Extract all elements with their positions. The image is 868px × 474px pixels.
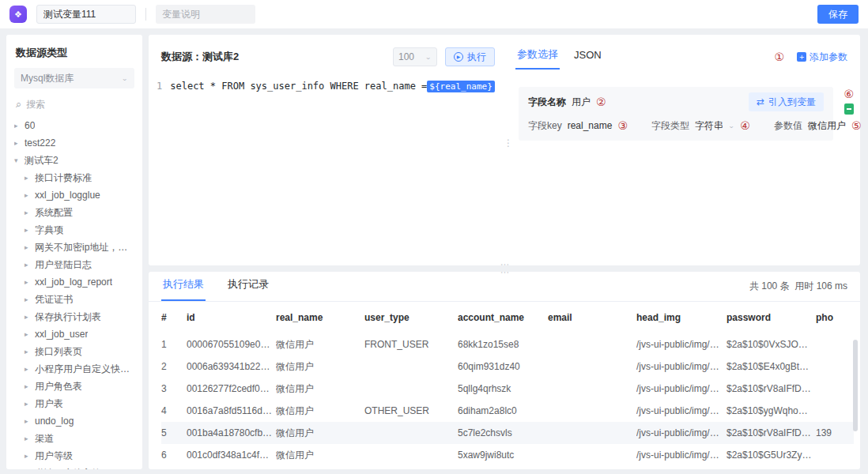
import-to-variable-label: 引入到变量 [768, 96, 816, 109]
tree-item[interactable]: ▸网关不加密ip地址，主要j [14, 239, 134, 256]
tree-item-label: 系统配置 [35, 206, 73, 220]
tree-item[interactable]: ▸xxl_job_logglue [14, 186, 134, 204]
caret-icon[interactable]: ▸ [25, 348, 35, 356]
tree-item[interactable]: ▸凭证证书 [14, 291, 134, 308]
tree-item[interactable]: ▸用户表 [14, 395, 134, 412]
table-row[interactable]: 300126277f2cedf09bdfa...微信用户5qllg4qrhszk… [161, 378, 854, 400]
play-icon: ▶ [454, 52, 463, 62]
table-cell: 4 [161, 400, 187, 422]
table-cell [364, 422, 458, 444]
save-button[interactable]: 保存 [817, 5, 859, 24]
tab-json[interactable]: JSON [572, 46, 603, 69]
sql-editor[interactable]: 1select * FROM sys_user_info WHERE real_… [149, 76, 503, 265]
tree-item-label: 字典项 [35, 224, 63, 237]
table-cell: FRONT_USER [364, 333, 458, 356]
caret-icon[interactable]: ▸ [25, 417, 35, 425]
table-cell: /jvs-ui-public/img/headI... [636, 422, 726, 444]
tree-item-label: 小程序用户自定义快速入 [35, 363, 134, 376]
sql-variable-chip[interactable]: ${real_name} [427, 81, 494, 92]
query-header-right: 参数选择 JSON ① ＋ 添加参数 [503, 35, 860, 76]
table-cell: 00126277f2cedf09bdfa... [187, 378, 276, 400]
param-row-name: 字段名称 用户 ② ⇄ 引入到变量 [528, 90, 824, 114]
tree-item[interactable]: ▸test222 [14, 134, 134, 152]
tree-item[interactable]: ▸小程序用户自定义快速入 [14, 360, 134, 378]
field-type-label: 字段类型 [651, 119, 689, 133]
table-row[interactable]: 6001c0df348a1c4f6c6f4...微信用户5xaw9jwi8utc… [161, 444, 854, 466]
caret-icon[interactable]: ▸ [25, 330, 35, 338]
add-param-label: 添加参数 [810, 51, 847, 64]
run-button[interactable]: ▶ 执行 [445, 47, 495, 66]
search-input[interactable] [26, 99, 142, 110]
import-to-variable-button[interactable]: ⇄ 引入到变量 [749, 92, 824, 111]
tree-item-label: test222 [25, 137, 55, 149]
caret-icon[interactable]: ▸ [25, 209, 35, 216]
table-scrollbar[interactable] [853, 340, 858, 431]
tab-param-select[interactable]: 参数选择 [515, 44, 560, 70]
query-header: 数据源：测试库2 100 ⌄ ▶ 执行 参数选择 JSON [149, 35, 860, 76]
tree-item[interactable]: ▸xxl_job_user [14, 325, 134, 343]
field-type-select[interactable]: 字符串 ⌄ [695, 119, 734, 133]
field-key-value[interactable]: real_name [568, 120, 613, 131]
caret-icon[interactable]: ▸ [25, 174, 35, 182]
caret-icon[interactable]: ▸ [25, 226, 35, 234]
vertical-splitter-handle[interactable]: ⋮ [503, 76, 514, 265]
panel-resize-handle[interactable]: ⋮⋮ [500, 261, 510, 276]
tree-item[interactable]: ▸系统配置 [14, 204, 134, 221]
table-row[interactable]: 5001ba4a18780cfb3b56...微信用户5c7le2chsvls/… [161, 422, 854, 444]
caret-icon[interactable]: ▸ [25, 382, 35, 390]
caret-icon[interactable]: ▾ [14, 156, 25, 164]
tab-exec-history[interactable]: 执行记录 [226, 269, 270, 301]
tab-exec-result[interactable]: 执行结果 [161, 269, 206, 301]
field-name-label: 字段名称 [528, 96, 566, 109]
tree-item[interactable]: ▸邀请用户待审核 [14, 465, 134, 469]
table-cell [816, 333, 854, 356]
table-row[interactable]: 1000067055109e0110e...微信用户FRONT_USER68kk… [161, 333, 854, 356]
caret-icon[interactable]: ▸ [14, 139, 25, 147]
tree-item[interactable]: ▸接口计费标准 [14, 169, 134, 186]
tree-item[interactable]: ▸xxl_job_log_report [14, 273, 134, 291]
tree-item[interactable]: ▸用户登陆日志 [14, 256, 134, 273]
tree-item[interactable]: ▸保存执行计划表 [14, 308, 134, 325]
caret-icon[interactable]: ▸ [14, 122, 25, 130]
table-row[interactable]: 40016a7a8fd5116d9bf0...微信用户OTHER_USER6di… [161, 400, 854, 422]
caret-icon[interactable]: ▸ [25, 400, 35, 408]
tree-item[interactable]: ▸渠道 [14, 430, 134, 447]
variable-desc-input[interactable] [156, 5, 255, 24]
search-box[interactable]: ⌕ [14, 96, 134, 117]
caret-icon[interactable]: ▸ [25, 365, 35, 373]
row-limit-select[interactable]: 100 ⌄ [393, 47, 437, 66]
table-row[interactable]: 20006a639341b2238bb...微信用户60qim931dz40/j… [161, 356, 854, 378]
table-cell: 60qim931dz40 [458, 356, 548, 378]
tree-item[interactable]: ▾测试车2 [14, 152, 134, 169]
caret-icon[interactable]: ▸ [25, 434, 35, 442]
summary-time-unit: ms [835, 280, 847, 292]
summary-count: 100 [761, 280, 777, 292]
app-logo[interactable]: ❖ [9, 6, 27, 23]
caret-icon[interactable]: ▸ [25, 452, 35, 460]
variable-name-input[interactable] [36, 5, 136, 24]
annotation-6: ⑥ [843, 88, 854, 100]
tree-item[interactable]: ▸用户等级 [14, 447, 134, 465]
caret-icon[interactable]: ▸ [25, 243, 35, 251]
collapse-handle-icon[interactable] [844, 103, 854, 115]
field-name-value[interactable]: 用户 [572, 96, 591, 109]
caret-icon[interactable]: ▸ [25, 191, 35, 199]
tree-item[interactable]: ▸undo_log [14, 412, 134, 430]
query-header-left: 数据源：测试库2 100 ⌄ ▶ 执行 [149, 38, 503, 73]
param-value-value[interactable]: 微信用户 [808, 119, 846, 133]
tree-item-label: xxl_job_logglue [35, 190, 100, 201]
caret-icon[interactable]: ▸ [25, 261, 35, 269]
tree-item-label: 用户表 [35, 397, 63, 411]
caret-icon[interactable]: ▸ [25, 278, 35, 286]
caret-icon[interactable]: ▸ [25, 295, 35, 303]
add-param-button[interactable]: ＋ 添加参数 [797, 51, 847, 64]
tree-item-label: 用户等级 [35, 450, 73, 463]
tree-item[interactable]: ▸用户角色表 [14, 378, 134, 395]
line-number: 1 [157, 81, 162, 92]
table-cell [548, 400, 636, 422]
tree-item[interactable]: ▸接口列表页 [14, 343, 134, 360]
datasource-type-select[interactable]: Mysql数据库 ⌄ [14, 68, 134, 88]
tree-item[interactable]: ▸60 [14, 117, 134, 134]
tree-item[interactable]: ▸字典项 [14, 221, 134, 239]
caret-icon[interactable]: ▸ [25, 313, 35, 321]
